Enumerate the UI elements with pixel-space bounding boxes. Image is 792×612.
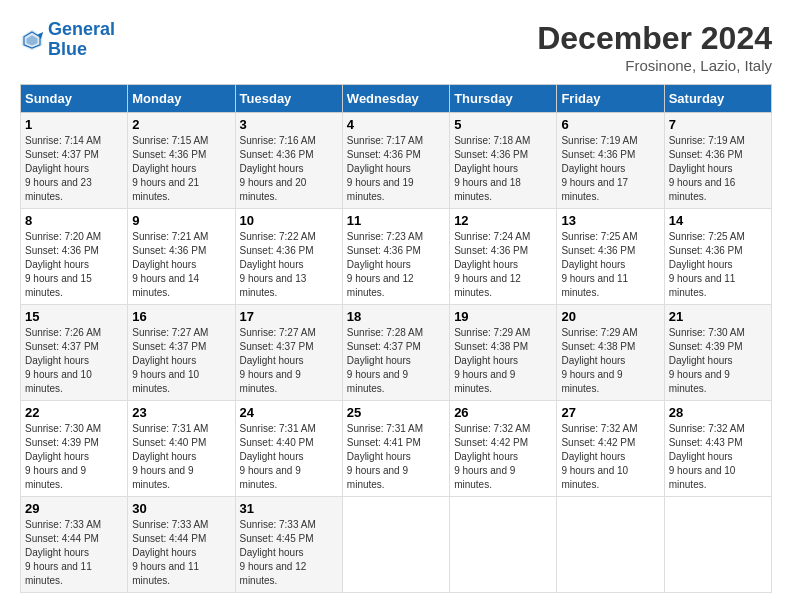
calendar-table: SundayMondayTuesdayWednesdayThursdayFrid…	[20, 84, 772, 593]
empty-cell	[664, 497, 771, 593]
day-number: 11	[347, 213, 445, 228]
day-info: Sunrise: 7:21 AMSunset: 4:36 PMDaylight …	[132, 230, 230, 300]
day-info: Sunrise: 7:22 AMSunset: 4:36 PMDaylight …	[240, 230, 338, 300]
day-number: 19	[454, 309, 552, 324]
day-header-wednesday: Wednesday	[342, 85, 449, 113]
day-info: Sunrise: 7:32 AMSunset: 4:42 PMDaylight …	[454, 422, 552, 492]
day-info: Sunrise: 7:27 AMSunset: 4:37 PMDaylight …	[132, 326, 230, 396]
calendar-week-3: 15Sunrise: 7:26 AMSunset: 4:37 PMDayligh…	[21, 305, 772, 401]
calendar-day-28: 28Sunrise: 7:32 AMSunset: 4:43 PMDayligh…	[664, 401, 771, 497]
calendar-day-25: 25Sunrise: 7:31 AMSunset: 4:41 PMDayligh…	[342, 401, 449, 497]
day-info: Sunrise: 7:25 AMSunset: 4:36 PMDaylight …	[669, 230, 767, 300]
day-info: Sunrise: 7:15 AMSunset: 4:36 PMDaylight …	[132, 134, 230, 204]
calendar-day-30: 30Sunrise: 7:33 AMSunset: 4:44 PMDayligh…	[128, 497, 235, 593]
day-info: Sunrise: 7:24 AMSunset: 4:36 PMDaylight …	[454, 230, 552, 300]
calendar-day-11: 11Sunrise: 7:23 AMSunset: 4:36 PMDayligh…	[342, 209, 449, 305]
day-info: Sunrise: 7:19 AMSunset: 4:36 PMDaylight …	[561, 134, 659, 204]
day-number: 15	[25, 309, 123, 324]
calendar-day-5: 5Sunrise: 7:18 AMSunset: 4:36 PMDaylight…	[450, 113, 557, 209]
day-number: 18	[347, 309, 445, 324]
logo-icon	[20, 28, 44, 52]
day-number: 3	[240, 117, 338, 132]
day-info: Sunrise: 7:17 AMSunset: 4:36 PMDaylight …	[347, 134, 445, 204]
day-info: Sunrise: 7:23 AMSunset: 4:36 PMDaylight …	[347, 230, 445, 300]
empty-cell	[450, 497, 557, 593]
day-info: Sunrise: 7:31 AMSunset: 4:40 PMDaylight …	[240, 422, 338, 492]
day-number: 23	[132, 405, 230, 420]
day-number: 1	[25, 117, 123, 132]
day-info: Sunrise: 7:20 AMSunset: 4:36 PMDaylight …	[25, 230, 123, 300]
calendar-day-31: 31Sunrise: 7:33 AMSunset: 4:45 PMDayligh…	[235, 497, 342, 593]
calendar-day-27: 27Sunrise: 7:32 AMSunset: 4:42 PMDayligh…	[557, 401, 664, 497]
calendar-day-1: 1Sunrise: 7:14 AMSunset: 4:37 PMDaylight…	[21, 113, 128, 209]
calendar-week-4: 22Sunrise: 7:30 AMSunset: 4:39 PMDayligh…	[21, 401, 772, 497]
day-number: 28	[669, 405, 767, 420]
day-info: Sunrise: 7:18 AMSunset: 4:36 PMDaylight …	[454, 134, 552, 204]
calendar-day-26: 26Sunrise: 7:32 AMSunset: 4:42 PMDayligh…	[450, 401, 557, 497]
day-info: Sunrise: 7:19 AMSunset: 4:36 PMDaylight …	[669, 134, 767, 204]
day-number: 8	[25, 213, 123, 228]
location: Frosinone, Lazio, Italy	[537, 57, 772, 74]
day-number: 20	[561, 309, 659, 324]
day-info: Sunrise: 7:26 AMSunset: 4:37 PMDaylight …	[25, 326, 123, 396]
day-number: 2	[132, 117, 230, 132]
day-header-thursday: Thursday	[450, 85, 557, 113]
day-number: 29	[25, 501, 123, 516]
calendar-week-1: 1Sunrise: 7:14 AMSunset: 4:37 PMDaylight…	[21, 113, 772, 209]
day-header-monday: Monday	[128, 85, 235, 113]
day-info: Sunrise: 7:33 AMSunset: 4:45 PMDaylight …	[240, 518, 338, 588]
calendar-day-7: 7Sunrise: 7:19 AMSunset: 4:36 PMDaylight…	[664, 113, 771, 209]
calendar-week-5: 29Sunrise: 7:33 AMSunset: 4:44 PMDayligh…	[21, 497, 772, 593]
calendar-day-10: 10Sunrise: 7:22 AMSunset: 4:36 PMDayligh…	[235, 209, 342, 305]
empty-cell	[557, 497, 664, 593]
day-number: 24	[240, 405, 338, 420]
day-header-tuesday: Tuesday	[235, 85, 342, 113]
calendar-day-8: 8Sunrise: 7:20 AMSunset: 4:36 PMDaylight…	[21, 209, 128, 305]
day-info: Sunrise: 7:32 AMSunset: 4:43 PMDaylight …	[669, 422, 767, 492]
month-title: December 2024	[537, 20, 772, 57]
day-number: 5	[454, 117, 552, 132]
calendar-day-14: 14Sunrise: 7:25 AMSunset: 4:36 PMDayligh…	[664, 209, 771, 305]
day-header-sunday: Sunday	[21, 85, 128, 113]
calendar-day-13: 13Sunrise: 7:25 AMSunset: 4:36 PMDayligh…	[557, 209, 664, 305]
day-number: 17	[240, 309, 338, 324]
page-header: General Blue December 2024 Frosinone, La…	[20, 20, 772, 74]
day-info: Sunrise: 7:14 AMSunset: 4:37 PMDaylight …	[25, 134, 123, 204]
day-info: Sunrise: 7:29 AMSunset: 4:38 PMDaylight …	[454, 326, 552, 396]
calendar-day-6: 6Sunrise: 7:19 AMSunset: 4:36 PMDaylight…	[557, 113, 664, 209]
day-info: Sunrise: 7:27 AMSunset: 4:37 PMDaylight …	[240, 326, 338, 396]
day-info: Sunrise: 7:33 AMSunset: 4:44 PMDaylight …	[25, 518, 123, 588]
day-number: 12	[454, 213, 552, 228]
calendar-body: 1Sunrise: 7:14 AMSunset: 4:37 PMDaylight…	[21, 113, 772, 593]
day-number: 10	[240, 213, 338, 228]
day-number: 16	[132, 309, 230, 324]
day-info: Sunrise: 7:32 AMSunset: 4:42 PMDaylight …	[561, 422, 659, 492]
day-info: Sunrise: 7:25 AMSunset: 4:36 PMDaylight …	[561, 230, 659, 300]
calendar-day-29: 29Sunrise: 7:33 AMSunset: 4:44 PMDayligh…	[21, 497, 128, 593]
day-info: Sunrise: 7:31 AMSunset: 4:40 PMDaylight …	[132, 422, 230, 492]
day-number: 26	[454, 405, 552, 420]
calendar-day-17: 17Sunrise: 7:27 AMSunset: 4:37 PMDayligh…	[235, 305, 342, 401]
day-info: Sunrise: 7:33 AMSunset: 4:44 PMDaylight …	[132, 518, 230, 588]
calendar-day-20: 20Sunrise: 7:29 AMSunset: 4:38 PMDayligh…	[557, 305, 664, 401]
day-info: Sunrise: 7:30 AMSunset: 4:39 PMDaylight …	[669, 326, 767, 396]
day-header-saturday: Saturday	[664, 85, 771, 113]
day-number: 14	[669, 213, 767, 228]
day-number: 22	[25, 405, 123, 420]
calendar-day-18: 18Sunrise: 7:28 AMSunset: 4:37 PMDayligh…	[342, 305, 449, 401]
day-number: 13	[561, 213, 659, 228]
day-number: 27	[561, 405, 659, 420]
day-header-friday: Friday	[557, 85, 664, 113]
calendar-day-21: 21Sunrise: 7:30 AMSunset: 4:39 PMDayligh…	[664, 305, 771, 401]
calendar-day-16: 16Sunrise: 7:27 AMSunset: 4:37 PMDayligh…	[128, 305, 235, 401]
day-info: Sunrise: 7:31 AMSunset: 4:41 PMDaylight …	[347, 422, 445, 492]
day-info: Sunrise: 7:28 AMSunset: 4:37 PMDaylight …	[347, 326, 445, 396]
calendar-header-row: SundayMondayTuesdayWednesdayThursdayFrid…	[21, 85, 772, 113]
day-info: Sunrise: 7:16 AMSunset: 4:36 PMDaylight …	[240, 134, 338, 204]
day-number: 31	[240, 501, 338, 516]
day-number: 25	[347, 405, 445, 420]
calendar-day-12: 12Sunrise: 7:24 AMSunset: 4:36 PMDayligh…	[450, 209, 557, 305]
day-info: Sunrise: 7:29 AMSunset: 4:38 PMDaylight …	[561, 326, 659, 396]
day-number: 4	[347, 117, 445, 132]
calendar-week-2: 8Sunrise: 7:20 AMSunset: 4:36 PMDaylight…	[21, 209, 772, 305]
